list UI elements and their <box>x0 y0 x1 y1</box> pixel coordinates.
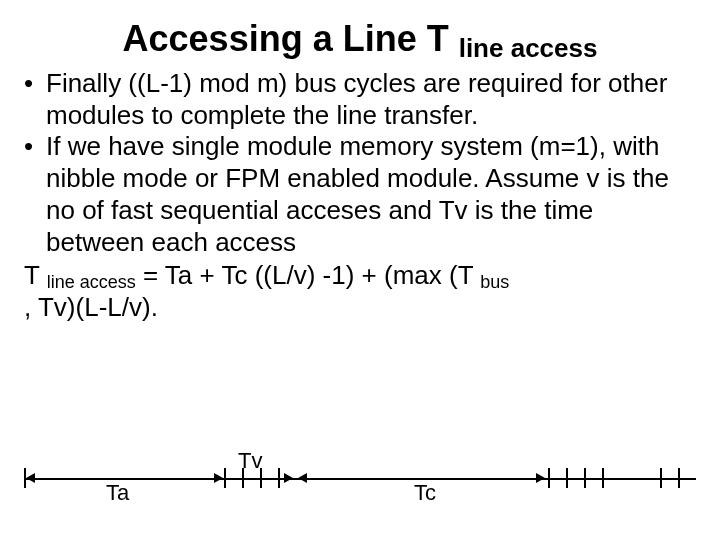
list-item: • If we have single module memory system… <box>24 131 696 258</box>
label-tc: Tc <box>414 480 436 506</box>
formula-line: T line access = Ta + Tc ((L/v) -1) + (ma… <box>24 260 696 323</box>
formula-lhs-t: T <box>24 260 47 290</box>
tick-mark <box>548 468 550 488</box>
tick-mark <box>278 468 280 488</box>
formula-tail: , Tv)(L-L/v). <box>24 292 158 322</box>
formula-mid: = Ta + Tc ((L/v) -1) + (max (T <box>136 260 481 290</box>
arrow-right-icon <box>536 473 545 483</box>
title-main: Accessing a Line T <box>123 18 459 59</box>
list-item: • Finally ((L-1) mod m) bus cycles are r… <box>24 68 696 131</box>
tick-mark <box>602 468 604 488</box>
tick-mark <box>24 468 26 488</box>
bullet-dot: • <box>24 68 46 131</box>
tick-mark <box>660 468 662 488</box>
bullet-dot: • <box>24 131 46 258</box>
bullet-text: If we have single module memory system (… <box>46 131 696 258</box>
tick-mark <box>242 468 244 488</box>
title-subscript: line access <box>459 33 598 63</box>
tick-mark <box>224 468 226 488</box>
page-title: Accessing a Line T line access <box>24 18 696 60</box>
bullet-text: Finally ((L-1) mod m) bus cycles are req… <box>46 68 696 131</box>
formula-bus-sub: bus <box>480 272 509 292</box>
arrow-right-icon <box>214 473 223 483</box>
bullet-list: • Finally ((L-1) mod m) bus cycles are r… <box>24 68 696 258</box>
label-ta: Ta <box>106 480 129 506</box>
arrow-left-icon <box>26 473 35 483</box>
tick-mark <box>678 468 680 488</box>
arrow-left-icon <box>298 473 307 483</box>
tick-mark <box>566 468 568 488</box>
arrow-right-icon <box>284 473 293 483</box>
tick-mark <box>260 468 262 488</box>
timing-diagram: Ta Tv Tc <box>24 454 696 504</box>
tick-mark <box>584 468 586 488</box>
formula-lhs-sub: line access <box>47 272 136 292</box>
